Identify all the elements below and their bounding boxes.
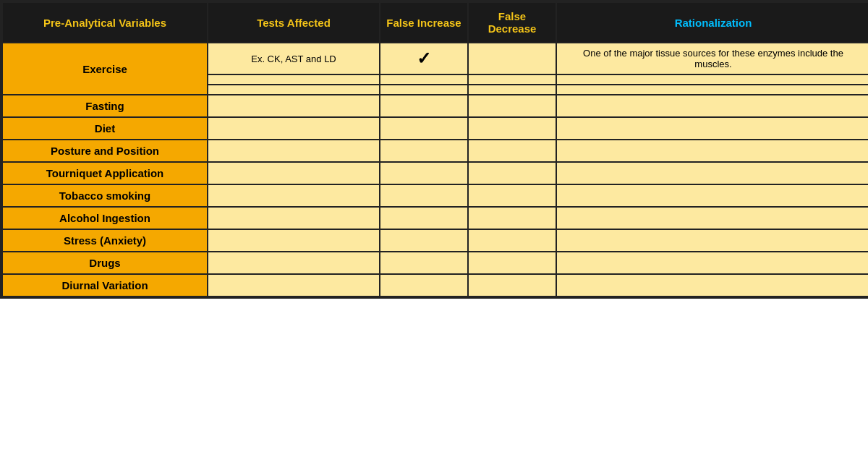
false-increase-cell (380, 85, 468, 95)
variable-cell: Drugs (2, 252, 208, 274)
tests-affected-cell (208, 117, 380, 140)
variable-cell: Diet (2, 117, 208, 140)
variable-cell: Tourniquet Application (2, 162, 208, 184)
rationalization-cell (556, 117, 868, 140)
tests-affected-cell (208, 95, 380, 117)
false-increase-cell (380, 184, 468, 207)
false-increase-cell (380, 274, 468, 297)
checkmark-icon: ✓ (417, 48, 431, 68)
false-decrease-cell (468, 229, 556, 252)
false-increase-cell (380, 74, 468, 85)
variable-cell: Alcohol Ingestion (2, 207, 208, 229)
rationalization-cell (556, 95, 868, 117)
header-false-increase: False Increase (380, 2, 468, 43)
variable-cell: Posture and Position (2, 140, 208, 162)
false-decrease-cell (468, 140, 556, 162)
variable-cell: Diurnal Variation (2, 274, 208, 297)
tests-affected-cell (208, 74, 380, 85)
false-decrease-cell (468, 184, 556, 207)
rationalization-cell (556, 184, 868, 207)
tests-affected-cell (208, 85, 380, 95)
variable-cell: Stress (Anxiety) (2, 229, 208, 252)
false-decrease-cell (468, 43, 556, 74)
header-tests-affected: Tests Affected (208, 2, 380, 43)
rationalization-cell (556, 85, 868, 95)
rationalization-cell (556, 162, 868, 184)
false-decrease-cell (468, 85, 556, 95)
tests-affected-cell (208, 274, 380, 297)
rationalization-cell (556, 74, 868, 85)
rationalization-cell: One of the major tissue sources for thes… (556, 43, 868, 74)
tests-affected-cell (208, 252, 380, 274)
tests-affected-cell: Ex. CK, AST and LD (208, 43, 380, 74)
false-increase-cell (380, 95, 468, 117)
false-increase-cell (380, 162, 468, 184)
tests-affected-cell (208, 140, 380, 162)
false-increase-cell (380, 207, 468, 229)
false-increase-cell (380, 117, 468, 140)
header-false-decrease: False Decrease (468, 2, 556, 43)
tests-affected-cell (208, 162, 380, 184)
tests-affected-cell (208, 184, 380, 207)
main-table: Pre-Analytical Variables Tests Affected … (0, 0, 868, 299)
false-decrease-cell (468, 74, 556, 85)
tests-affected-cell (208, 229, 380, 252)
false-decrease-cell (468, 162, 556, 184)
false-decrease-cell (468, 274, 556, 297)
rationalization-cell (556, 207, 868, 229)
variable-cell: Exercise (2, 43, 208, 95)
variable-cell: Tobacco smoking (2, 184, 208, 207)
rationalization-cell (556, 252, 868, 274)
false-decrease-cell (468, 207, 556, 229)
false-increase-cell (380, 140, 468, 162)
false-increase-cell (380, 229, 468, 252)
false-decrease-cell (468, 252, 556, 274)
false-increase-cell: ✓ (380, 43, 468, 74)
false-decrease-cell (468, 117, 556, 140)
rationalization-cell (556, 229, 868, 252)
rationalization-cell (556, 274, 868, 297)
rationalization-cell (556, 140, 868, 162)
variable-cell: Fasting (2, 95, 208, 117)
false-decrease-cell (468, 95, 556, 117)
false-increase-cell (380, 252, 468, 274)
header-rationalization: Rationalization (556, 2, 868, 43)
header-pre-analytical: Pre-Analytical Variables (2, 2, 208, 43)
tests-affected-cell (208, 207, 380, 229)
